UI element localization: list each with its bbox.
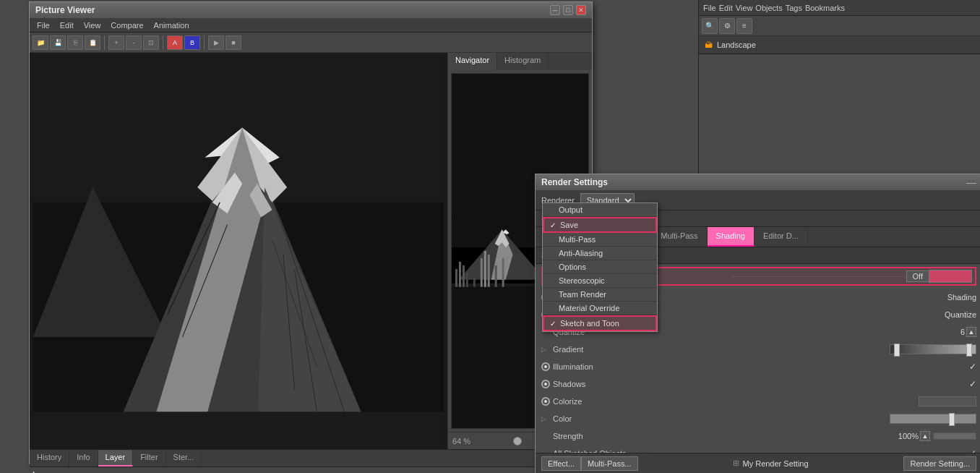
gradient-row: ▷ Gradient xyxy=(541,342,976,357)
tab-stereo[interactable]: Ster... xyxy=(166,450,202,466)
toolbar-btn2[interactable]: ⚙ xyxy=(719,18,735,34)
menu-tags[interactable]: Tags xyxy=(786,4,802,12)
rs-tab-multipass[interactable]: Multi-Pass xyxy=(652,227,707,247)
illum-label: Illumination xyxy=(553,362,632,371)
pv-content: Navigator Histogram xyxy=(30,53,592,449)
bg-color-swatch[interactable] xyxy=(929,270,972,283)
pv-toolbar: 📁 💾 ⎘ 📋 + - ⊡ A B ▶ ■ xyxy=(30,33,592,53)
tool-paste[interactable]: 📋 xyxy=(85,35,100,50)
tab-layer[interactable]: Layer xyxy=(98,450,134,466)
effect-button[interactable]: Effect... xyxy=(541,456,581,471)
pv-menu-file[interactable]: File xyxy=(33,20,54,30)
obj-dots xyxy=(622,296,943,297)
rs-title: Render Settings xyxy=(541,177,608,187)
tool-b[interactable]: B xyxy=(184,35,200,50)
ctx-output[interactable]: Output xyxy=(543,203,657,217)
render-setting-button[interactable]: Render Setting... xyxy=(903,456,976,471)
ctx-antialiasing[interactable]: Anti-Aliasing xyxy=(543,247,657,260)
menu-bookmarks[interactable]: Bookmarks xyxy=(805,4,845,12)
pv-menu-animation[interactable]: Animation xyxy=(150,20,194,30)
gradient-handle-right[interactable] xyxy=(966,344,972,357)
strength-up[interactable]: ▲ xyxy=(920,431,930,441)
ctx-sketchandtoon[interactable]: ✓ Sketch and Toon xyxy=(543,315,657,331)
pv-menu-view[interactable]: View xyxy=(79,20,106,30)
shadows-radio[interactable] xyxy=(541,380,550,388)
tab-filter[interactable]: Filter xyxy=(133,450,166,466)
menu-file[interactable]: File xyxy=(703,4,716,12)
tool-render[interactable]: ▶ xyxy=(208,35,224,50)
rs-tab-shading[interactable]: Shading xyxy=(708,227,755,247)
maximize-button[interactable]: □ xyxy=(563,5,573,15)
quantize-up[interactable]: ▲ xyxy=(966,327,976,337)
zoom-value: 64 % xyxy=(452,437,470,446)
pv-layer-panel: Layer Image Single-Pass Multi-Pass 100 % xyxy=(30,466,592,473)
ctx-options[interactable]: Options xyxy=(543,260,657,274)
gradient-label: Gradient xyxy=(553,345,618,354)
bg-off-button[interactable]: Off xyxy=(906,270,929,282)
app-toolbar-right: 🔍 ⚙ ≡ xyxy=(699,16,980,36)
strength-bar[interactable] xyxy=(933,432,976,440)
ctx-save[interactable]: ✓ Save xyxy=(543,217,657,233)
ctx-stereoscopic[interactable]: Stereoscopic xyxy=(543,274,657,288)
tool-zoom-in[interactable]: + xyxy=(108,35,124,50)
picture-viewer-titlebar: Picture Viewer ─ □ ✕ xyxy=(30,2,592,18)
tool-open[interactable]: 📁 xyxy=(33,35,48,50)
toolbar-btn3[interactable]: ≡ xyxy=(736,18,752,34)
model-value: Quantize xyxy=(945,310,976,319)
tab-info[interactable]: Info xyxy=(69,450,98,466)
pv-menu-edit[interactable]: Edit xyxy=(56,20,78,30)
gradient-handle-left[interactable] xyxy=(894,344,900,357)
pv-nav-tabs: Navigator Histogram xyxy=(448,53,592,70)
rs-close-btn[interactable]: — xyxy=(966,177,976,187)
pv-image-area[interactable] xyxy=(30,53,447,449)
pv-menu-compare[interactable]: Compare xyxy=(106,20,147,30)
colorize-swatch[interactable] xyxy=(919,396,976,406)
scene-row: 🏔 Landscape xyxy=(699,36,980,54)
strength-row: Strength 100% ▲ xyxy=(541,429,976,443)
menu-edit[interactable]: Edit xyxy=(719,4,733,12)
tool-copy[interactable]: ⎘ xyxy=(67,35,83,50)
colorize-label: Colorize xyxy=(553,397,632,406)
color-handle[interactable] xyxy=(949,413,955,426)
tab-history[interactable]: History xyxy=(30,450,69,466)
tab-navigator[interactable]: Navigator xyxy=(448,53,497,70)
layer-header: Layer xyxy=(33,470,589,473)
color-slider[interactable] xyxy=(890,414,976,424)
minimize-button[interactable]: ─ xyxy=(550,5,560,15)
ctx-options-label: Options xyxy=(559,263,586,271)
svg-rect-27 xyxy=(466,273,468,287)
menu-view[interactable]: View xyxy=(736,4,753,12)
ctx-materialoverride[interactable]: Material Override xyxy=(543,302,657,315)
svg-rect-26 xyxy=(463,265,465,287)
shadows-check: ✓ xyxy=(969,379,976,389)
scene-name: Landscape xyxy=(717,41,756,49)
tab-histogram[interactable]: Histogram xyxy=(497,53,549,70)
rs-bottom-bar: Effect... Multi-Pass... ⊞ My Render Sett… xyxy=(536,453,980,473)
sep3 xyxy=(204,35,205,50)
ctx-multipass-label: Multi-Pass xyxy=(559,235,596,244)
zoom-thumb[interactable] xyxy=(513,437,522,446)
illum-radio[interactable] xyxy=(541,362,550,371)
tool-stop[interactable]: ■ xyxy=(225,35,241,50)
menu-objects[interactable]: Objects xyxy=(755,4,782,12)
tool-zoom-out[interactable]: - xyxy=(126,35,142,50)
rs-tab-editor[interactable]: Editor D... xyxy=(755,227,808,247)
illumination-row: Illumination ✓ xyxy=(541,359,976,374)
color-label: Color xyxy=(553,414,632,423)
close-button[interactable]: ✕ xyxy=(576,5,586,15)
tool-fit[interactable]: ⊡ xyxy=(143,35,159,50)
pv-layer-tabs: History Info Layer Filter Ster... xyxy=(30,449,592,466)
pv-menubar: File Edit View Compare Animation xyxy=(30,18,592,33)
tool-a[interactable]: A xyxy=(167,35,183,50)
colorize-radio[interactable] xyxy=(541,397,550,406)
my-render-setting[interactable]: ⊞ My Render Setting xyxy=(733,459,808,468)
ctx-output-label: Output xyxy=(559,205,583,214)
ctx-teamrender[interactable]: Team Render xyxy=(543,288,657,302)
search-btn[interactable]: 🔍 xyxy=(702,18,718,34)
ctx-sketch-check: ✓ xyxy=(550,320,560,328)
ctx-multipass[interactable]: Multi-Pass xyxy=(543,233,657,247)
tool-save[interactable]: 💾 xyxy=(50,35,66,50)
sep1 xyxy=(104,35,105,50)
multipass-button[interactable]: Multi-Pass... xyxy=(581,456,638,471)
gradient-bar[interactable] xyxy=(890,344,976,354)
